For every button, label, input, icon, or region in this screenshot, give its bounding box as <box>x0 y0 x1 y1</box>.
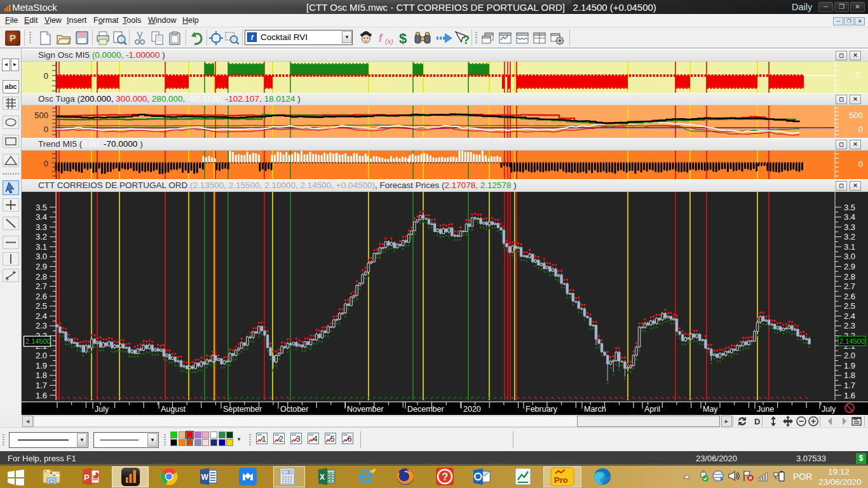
svg-text:3.3: 3.3 <box>844 222 855 232</box>
svg-text:July: July <box>95 405 109 414</box>
svg-text:1.6: 1.6 <box>844 391 855 400</box>
svg-text:1.8: 1.8 <box>36 370 47 380</box>
svg-text:3.3: 3.3 <box>36 222 47 232</box>
svg-text:3.0: 3.0 <box>844 252 855 261</box>
svg-text:1.7: 1.7 <box>36 381 47 390</box>
svg-text:0: 0 <box>288 470 290 474</box>
svg-text:0: 0 <box>44 159 48 168</box>
svg-text:3.2: 3.2 <box>36 232 47 241</box>
svg-text:s: s <box>6 275 9 281</box>
svg-text:3.4: 3.4 <box>36 212 47 222</box>
svg-text:P: P <box>84 473 90 482</box>
svg-text:0: 0 <box>858 159 863 169</box>
svg-text:3.1: 3.1 <box>36 242 47 252</box>
svg-text:July: July <box>822 405 836 414</box>
svg-text:2.0: 2.0 <box>844 351 855 360</box>
svg-text:Pro: Pro <box>554 475 568 485</box>
svg-text:2.0: 2.0 <box>36 351 47 360</box>
svg-text:March: March <box>584 405 606 414</box>
svg-text:1.6: 1.6 <box>36 391 47 400</box>
svg-text:3.5: 3.5 <box>844 203 855 212</box>
svg-text:September: September <box>223 405 262 414</box>
svg-text:2020: 2020 <box>463 405 481 414</box>
svg-text:500: 500 <box>849 111 863 120</box>
svg-text:2.14500: 2.14500 <box>25 337 51 345</box>
svg-text:3.2: 3.2 <box>844 232 855 241</box>
svg-text:0: 0 <box>858 125 863 134</box>
svg-text:D: D <box>754 417 760 426</box>
svg-text:3.4: 3.4 <box>844 212 855 222</box>
svg-text:2.5: 2.5 <box>36 301 47 311</box>
svg-text:August: August <box>161 405 186 414</box>
svg-text:2.9: 2.9 <box>36 262 47 271</box>
svg-text:2.6: 2.6 <box>844 292 855 301</box>
svg-text:2.3: 2.3 <box>844 321 855 330</box>
svg-text:2.7: 2.7 <box>36 281 47 291</box>
svg-text:X: X <box>320 473 325 482</box>
svg-text:$: $ <box>399 30 407 46</box>
svg-text:May: May <box>703 405 718 414</box>
svg-text:December: December <box>407 405 444 414</box>
svg-text:1.7: 1.7 <box>844 381 855 390</box>
svg-text:2.8: 2.8 <box>844 272 855 281</box>
svg-text:3.5: 3.5 <box>36 203 47 212</box>
svg-text:2.14500: 2.14500 <box>839 337 865 345</box>
svg-text:3.1: 3.1 <box>844 242 855 252</box>
svg-text:2.9: 2.9 <box>844 262 855 271</box>
svg-text:500: 500 <box>34 111 48 120</box>
svg-text:?: ? <box>463 34 470 46</box>
svg-text:October: October <box>280 405 308 414</box>
svg-text:1.8: 1.8 <box>844 370 855 380</box>
svg-text:W: W <box>201 473 209 482</box>
svg-text:f: f <box>379 31 383 44</box>
svg-text:0: 0 <box>856 70 860 79</box>
svg-text:2.4: 2.4 <box>36 311 47 321</box>
svg-text:0: 0 <box>44 71 48 81</box>
svg-text:April: April <box>644 405 660 414</box>
svg-text:2.3: 2.3 <box>36 321 47 330</box>
svg-text:February: February <box>526 405 558 414</box>
svg-text:2.5: 2.5 <box>844 301 855 311</box>
svg-text:1.9: 1.9 <box>844 361 855 370</box>
svg-text:June: June <box>757 405 774 414</box>
svg-text:2.6: 2.6 <box>36 292 47 301</box>
svg-text:November: November <box>347 405 384 414</box>
svg-text:1.9: 1.9 <box>36 361 47 370</box>
svg-text:(x): (x) <box>385 37 393 45</box>
svg-text:0: 0 <box>44 125 48 134</box>
svg-text:2.7: 2.7 <box>844 281 855 291</box>
svg-text:2.8: 2.8 <box>36 272 47 281</box>
svg-text:2.4: 2.4 <box>844 311 855 321</box>
svg-text:3.0: 3.0 <box>36 252 47 261</box>
svg-text:?: ? <box>442 471 449 482</box>
